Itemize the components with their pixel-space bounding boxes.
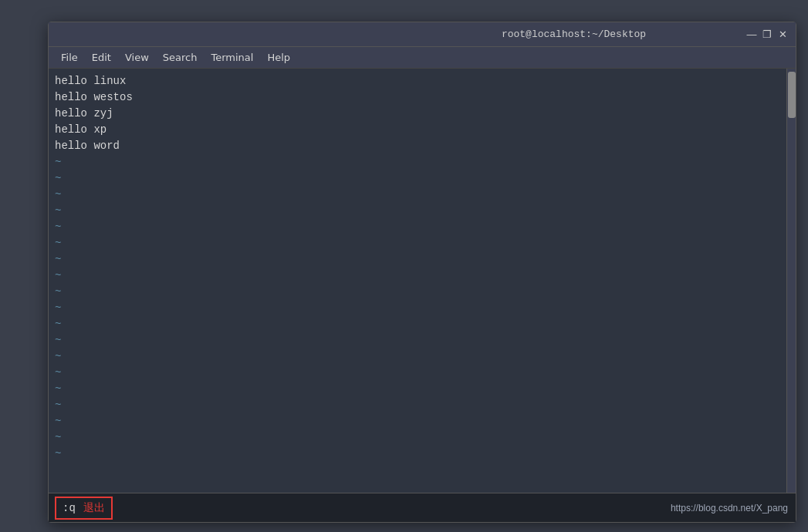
tilde-16: ~ bbox=[55, 397, 780, 413]
window-title: root@localhost:~/Desktop bbox=[401, 29, 746, 40]
command-box: :q 退出 bbox=[55, 497, 113, 520]
tilde-18: ~ bbox=[55, 429, 780, 446]
desktop: root@localhost:~/Desktop — ❐ ✕ File Edit… bbox=[0, 0, 808, 532]
menu-bar: File Edit View Search Terminal Help bbox=[49, 47, 796, 69]
window-controls: — ❐ ✕ bbox=[746, 29, 788, 40]
menu-terminal[interactable]: Terminal bbox=[205, 50, 259, 65]
tilde-4: ~ bbox=[55, 203, 780, 219]
title-bar: root@localhost:~/Desktop — ❐ ✕ bbox=[49, 22, 796, 47]
menu-help[interactable]: Help bbox=[261, 50, 296, 65]
menu-file[interactable]: File bbox=[55, 50, 84, 65]
menu-view[interactable]: View bbox=[119, 50, 155, 65]
line-1: hello linux bbox=[55, 73, 780, 89]
line-3: hello zyj bbox=[55, 106, 780, 122]
tilde-5: ~ bbox=[55, 219, 780, 235]
terminal-window: root@localhost:~/Desktop — ❐ ✕ File Edit… bbox=[48, 22, 796, 523]
tilde-7: ~ bbox=[55, 251, 780, 268]
tilde-1: ~ bbox=[55, 154, 780, 170]
command-label: 退出 bbox=[83, 501, 105, 515]
menu-search[interactable]: Search bbox=[157, 50, 204, 65]
line-2: hello westos bbox=[55, 89, 780, 106]
terminal-content[interactable]: hello linux hello westos hello zyj hello… bbox=[49, 69, 786, 493]
scrollbar[interactable] bbox=[786, 69, 796, 493]
tilde-19: ~ bbox=[55, 446, 780, 462]
tilde-10: ~ bbox=[55, 300, 780, 316]
terminal-body: hello linux hello westos hello zyj hello… bbox=[49, 69, 796, 493]
tilde-3: ~ bbox=[55, 187, 780, 203]
scrollbar-thumb[interactable] bbox=[788, 72, 796, 118]
maximize-button[interactable]: ❐ bbox=[762, 29, 773, 40]
menu-edit[interactable]: Edit bbox=[86, 50, 117, 65]
tilde-12: ~ bbox=[55, 332, 780, 348]
status-bar: :q 退出 https://blog.csdn.net/X_pang bbox=[49, 493, 796, 522]
tilde-11: ~ bbox=[55, 316, 780, 332]
tilde-9: ~ bbox=[55, 284, 780, 300]
command-text: :q bbox=[63, 502, 76, 514]
minimize-button[interactable]: — bbox=[746, 29, 757, 40]
tilde-14: ~ bbox=[55, 365, 780, 381]
tilde-17: ~ bbox=[55, 413, 780, 429]
tilde-8: ~ bbox=[55, 268, 780, 284]
csdn-link: https://blog.csdn.net/X_pang bbox=[671, 503, 788, 513]
tilde-2: ~ bbox=[55, 170, 780, 187]
tilde-13: ~ bbox=[55, 348, 780, 365]
line-5: hello word bbox=[55, 138, 780, 154]
line-4: hello xp bbox=[55, 122, 780, 138]
tilde-15: ~ bbox=[55, 381, 780, 397]
close-button[interactable]: ✕ bbox=[777, 29, 788, 40]
tilde-6: ~ bbox=[55, 235, 780, 251]
